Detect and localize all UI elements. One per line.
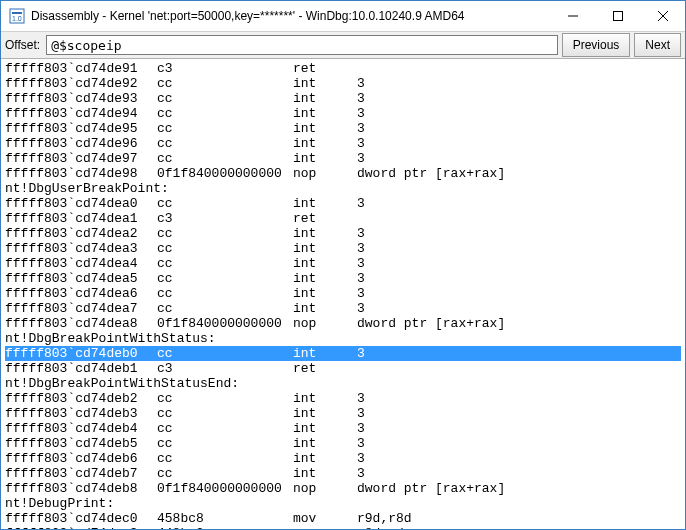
bytes: cc (157, 196, 293, 211)
operands: 3 (357, 91, 365, 106)
operands: 3 (357, 436, 365, 451)
bytes: cc (157, 271, 293, 286)
disasm-row[interactable]: fffff803`cd74dea2ccint3 (5, 226, 681, 241)
operands: 3 (357, 226, 365, 241)
address: fffff803`cd74dea2 (5, 226, 157, 241)
bytes: cc (157, 106, 293, 121)
svg-text:1.0: 1.0 (12, 15, 22, 22)
offset-label: Offset: (5, 38, 40, 52)
mnemonic: int (293, 256, 357, 271)
address: fffff803`cd74de95 (5, 121, 157, 136)
address: fffff803`cd74de96 (5, 136, 157, 151)
mnemonic: int (293, 76, 357, 91)
address: fffff803`cd74deb0 (5, 346, 157, 361)
address: fffff803`cd74deb7 (5, 466, 157, 481)
offset-input[interactable] (46, 35, 557, 55)
operands: 3 (357, 121, 365, 136)
address: fffff803`cd74deb8 (5, 481, 157, 496)
disasm-row[interactable]: fffff803`cd74dec3448bc2movr8d,edx (5, 526, 681, 529)
mnemonic: int (293, 346, 357, 361)
mnemonic: ret (293, 361, 357, 376)
operands: dword ptr [rax+rax] (357, 316, 505, 331)
disasm-row[interactable]: fffff803`cd74deb2ccint3 (5, 391, 681, 406)
address: fffff803`cd74de98 (5, 166, 157, 181)
operands: 3 (357, 301, 365, 316)
operands: 3 (357, 241, 365, 256)
app-icon: 1.0 (9, 8, 25, 24)
disasm-row[interactable]: fffff803`cd74dea6ccint3 (5, 286, 681, 301)
operands: 3 (357, 421, 365, 436)
address: fffff803`cd74dea1 (5, 211, 157, 226)
operands: r9d,r8d (357, 511, 412, 526)
disasm-row[interactable]: fffff803`cd74deb5ccint3 (5, 436, 681, 451)
mnemonic: int (293, 436, 357, 451)
disasm-row[interactable]: fffff803`cd74dea3ccint3 (5, 241, 681, 256)
symbol-label[interactable]: nt!DbgUserBreakPoint: (5, 181, 681, 196)
mnemonic: int (293, 196, 357, 211)
next-button[interactable]: Next (634, 33, 681, 57)
address: fffff803`cd74dea4 (5, 256, 157, 271)
svg-rect-1 (12, 12, 22, 14)
bytes: cc (157, 256, 293, 271)
disasm-row[interactable]: fffff803`cd74dea80f1f840000000000nopdwor… (5, 316, 681, 331)
disasm-row[interactable]: fffff803`cd74deb6ccint3 (5, 451, 681, 466)
disasm-row[interactable]: fffff803`cd74de96ccint3 (5, 136, 681, 151)
disasm-row[interactable]: fffff803`cd74deb0ccint3 (5, 346, 681, 361)
disasm-row[interactable]: fffff803`cd74deb7ccint3 (5, 466, 681, 481)
symbol-label[interactable]: nt!DbgBreakPointWithStatusEnd: (5, 376, 681, 391)
disasm-row[interactable]: fffff803`cd74dea4ccint3 (5, 256, 681, 271)
address: fffff803`cd74de91 (5, 61, 157, 76)
bytes: cc (157, 391, 293, 406)
disasm-row[interactable]: fffff803`cd74de92ccint3 (5, 76, 681, 91)
close-button[interactable] (640, 2, 685, 31)
address: fffff803`cd74dea0 (5, 196, 157, 211)
minimize-button[interactable] (550, 2, 595, 31)
disasm-row[interactable]: fffff803`cd74deb1c3ret (5, 361, 681, 376)
disasm-row[interactable]: fffff803`cd74de93ccint3 (5, 91, 681, 106)
mnemonic: int (293, 451, 357, 466)
titlebar[interactable]: 1.0 Disassembly - Kernel 'net:port=50000… (1, 1, 685, 32)
disassembly-view[interactable]: fffff803`cd74de91c3retfffff803`cd74de92c… (1, 59, 685, 529)
disasm-row[interactable]: fffff803`cd74de94ccint3 (5, 106, 681, 121)
disasm-row[interactable]: fffff803`cd74de97ccint3 (5, 151, 681, 166)
mnemonic: nop (293, 481, 357, 496)
disasm-row[interactable]: fffff803`cd74dea1c3ret (5, 211, 681, 226)
maximize-button[interactable] (595, 2, 640, 31)
symbol-label[interactable]: nt!DebugPrint: (5, 496, 681, 511)
disasm-row[interactable]: fffff803`cd74dea7ccint3 (5, 301, 681, 316)
operands: 3 (357, 451, 365, 466)
previous-button[interactable]: Previous (562, 33, 631, 57)
disasm-row[interactable]: fffff803`cd74de91c3ret (5, 61, 681, 76)
disasm-row[interactable]: fffff803`cd74deb80f1f840000000000nopdwor… (5, 481, 681, 496)
bytes: cc (157, 91, 293, 106)
operands: 3 (357, 106, 365, 121)
disasm-row[interactable]: fffff803`cd74de95ccint3 (5, 121, 681, 136)
bytes: c3 (157, 211, 293, 226)
mnemonic: mov (293, 511, 357, 526)
address: fffff803`cd74de94 (5, 106, 157, 121)
bytes: cc (157, 346, 293, 361)
address: fffff803`cd74dea8 (5, 316, 157, 331)
bytes: cc (157, 226, 293, 241)
disasm-row[interactable]: fffff803`cd74deb4ccint3 (5, 421, 681, 436)
disasm-row[interactable]: fffff803`cd74de980f1f840000000000nopdwor… (5, 166, 681, 181)
disasm-row[interactable]: fffff803`cd74dec0458bc8movr9d,r8d (5, 511, 681, 526)
disasm-row[interactable]: fffff803`cd74dea5ccint3 (5, 271, 681, 286)
operands: 3 (357, 346, 365, 361)
bytes: 0f1f840000000000 (157, 316, 293, 331)
address: fffff803`cd74dec0 (5, 511, 157, 526)
bytes: cc (157, 151, 293, 166)
operands: 3 (357, 256, 365, 271)
mnemonic: int (293, 136, 357, 151)
address: fffff803`cd74dec3 (5, 526, 157, 529)
bytes: 0f1f840000000000 (157, 481, 293, 496)
address: fffff803`cd74deb1 (5, 361, 157, 376)
operands: 3 (357, 466, 365, 481)
operands: dword ptr [rax+rax] (357, 166, 505, 181)
disasm-row[interactable]: fffff803`cd74deb3ccint3 (5, 406, 681, 421)
mnemonic: int (293, 271, 357, 286)
symbol-label[interactable]: nt!DbgBreakPointWithStatus: (5, 331, 681, 346)
operands: 3 (357, 286, 365, 301)
disasm-row[interactable]: fffff803`cd74dea0ccint3 (5, 196, 681, 211)
address: fffff803`cd74de93 (5, 91, 157, 106)
